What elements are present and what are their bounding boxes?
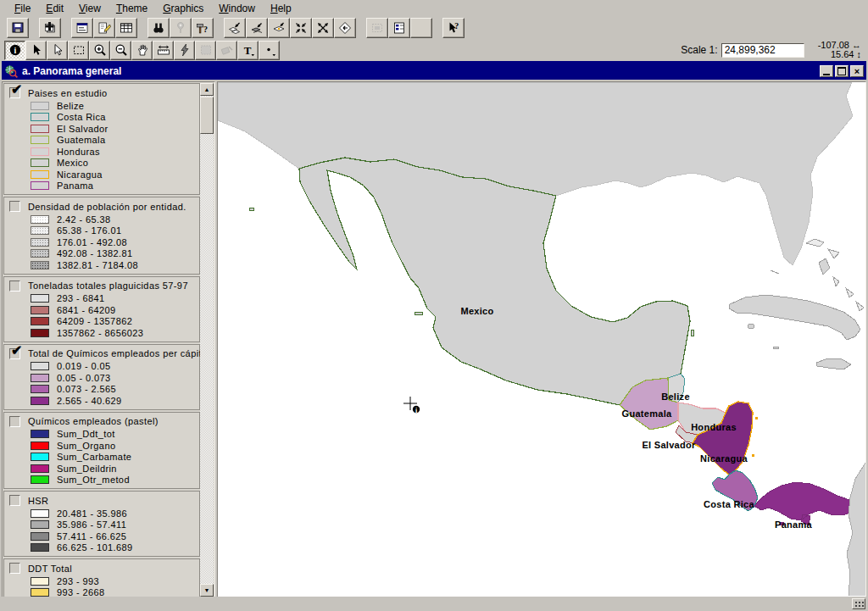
legend-swatch [31,520,49,529]
theme-title[interactable]: HSR [28,496,48,506]
view-titlebar[interactable]: a. Panorama general × [2,63,866,80]
query-builder-button[interactable]: ? [192,18,214,38]
legend-class-row: El Salvador [31,123,198,135]
theme-checkbox[interactable] [9,348,20,359]
theme-title[interactable]: Paises en estudio [28,88,108,98]
legend-class-label: 35.986 - 57.411 [57,519,126,530]
locate-button[interactable] [170,18,192,38]
theme-checkbox[interactable] [9,201,20,212]
menu-theme[interactable]: Theme [108,1,155,16]
legend-class-label: Sum_Otr_metod [57,475,130,485]
theme-title[interactable]: Total de Químicos empleados per cápit. [28,348,200,358]
legend-class-label: 0.073 - 2.565 [57,384,116,394]
select-features-button[interactable] [366,18,388,38]
save-project-button[interactable] [7,18,29,38]
text-button[interactable]: T [237,41,259,60]
measure-button[interactable] [153,41,174,60]
help-pointer-button[interactable]: ? [442,18,465,38]
legend-class-label: 1357862 - 8656023 [57,328,143,338]
theme-title[interactable]: Toneladas totales plaguicidas 57-97 [28,281,188,291]
legend-class-label: 66.625 - 101.689 [57,542,133,553]
legend-class-row: Nicaragua [31,169,198,181]
theme-title[interactable]: DDT Total [28,564,72,574]
clear-selection-button[interactable] [216,41,237,60]
menu-edit[interactable]: Edit [38,1,71,16]
add-theme-icon [43,21,57,35]
legend-class-label: 176.01 - 492.08 [57,237,127,247]
menu-file[interactable]: File [7,1,38,16]
coord-y: 15.64 [831,49,854,59]
find-button[interactable] [147,18,170,38]
legend-class-label: Sum_Organo [57,441,115,451]
toolbar-tools: iT Scale 1: -107.08 ↔ 15.64 ↕ [0,39,868,61]
open-theme-table-button[interactable] [115,18,137,38]
pointer-button[interactable] [25,41,47,60]
theme-checkbox[interactable] [9,416,20,427]
menu-window[interactable]: Window [211,1,263,16]
hotlink-icon [178,43,192,57]
legend-swatch [31,238,49,247]
scroll-up-button[interactable]: ▲ [200,83,214,96]
theme-title[interactable]: Densidad de población por entidad. [28,202,186,212]
legend-class-row: 993 - 2668 [31,587,198,597]
theme-table-button[interactable] [388,18,410,38]
zoom-out-button[interactable] [110,41,131,60]
scroll-down-button[interactable]: ▼ [200,584,214,597]
select-feature-button[interactable] [68,41,89,60]
resize-grip[interactable] [852,598,865,609]
map-area[interactable]: i MexicoBelizeGuatemalaHondurasEl Salvad… [217,81,866,598]
scale-input[interactable] [721,43,804,58]
zoom-out-fixed-button[interactable] [312,18,334,38]
theme-properties-button[interactable] [71,18,93,38]
legend-class-row: 66.625 - 101.689 [31,542,198,554]
hotlink-button[interactable] [174,41,195,60]
map-label: Honduras [691,422,737,432]
close-button[interactable]: × [850,65,864,77]
help-pointer-icon: ? [447,21,460,35]
legend-class-row: 20.481 - 35.986 [31,508,198,519]
open-theme-table-icon [120,21,133,35]
legend-swatch [31,136,49,144]
zoom-selected-button[interactable] [268,18,290,38]
save-project-icon [11,21,25,35]
zoom-in-fixed-button[interactable] [290,18,312,38]
pan-icon [136,43,149,57]
legend-swatch [31,374,49,382]
add-theme-button[interactable] [39,18,61,38]
scrollbar-thumb[interactable] [200,97,214,134]
theme-checkbox[interactable] [9,495,20,506]
legend-swatch [31,453,49,461]
edit-legend-button[interactable] [93,18,115,38]
measure-icon [157,43,170,57]
theme-checkbox[interactable] [9,87,20,98]
legend-class-label: 993 - 2668 [57,587,105,597]
legend-class-row: 0.019 - 0.05 [31,361,198,373]
minimize-button[interactable] [820,65,833,77]
menu-graphics[interactable]: Graphics [155,1,211,16]
menu-view[interactable]: View [71,1,108,16]
identify-button[interactable]: i [4,41,25,60]
legend-class-label: Mexico [57,158,88,168]
maximize-button[interactable] [835,65,849,77]
select-area-button[interactable] [195,41,216,60]
zoom-active-theme-button[interactable] [246,18,268,38]
view-window: a. Panorama general × Paises en estudioB… [2,61,866,597]
select-feature-icon [72,43,86,57]
vertex-edit-button[interactable] [47,41,68,60]
legend-class-row: 2.42 - 65.38 [31,214,198,225]
menu-help[interactable]: Help [263,1,299,16]
zoom-full-extent-button[interactable] [224,18,246,38]
zoom-in-button[interactable] [89,41,110,60]
legend-scrollbar[interactable]: ▲ ▼ [200,83,214,597]
draw-point-button[interactable] [259,41,280,60]
legend-class-row: Sum_Ddt_tot [31,429,198,441]
blank-button[interactable] [410,18,432,38]
pan-button[interactable] [131,41,153,60]
zoom-previous-button[interactable] [334,18,356,38]
legend-class-row: Mexico [31,158,198,169]
legend-swatch [31,430,49,438]
theme-checkbox[interactable] [9,281,20,292]
theme-title[interactable]: Químicos empleados (pastel) [28,416,159,426]
vertex-edit-icon [51,43,64,57]
theme-checkbox[interactable] [9,563,20,574]
